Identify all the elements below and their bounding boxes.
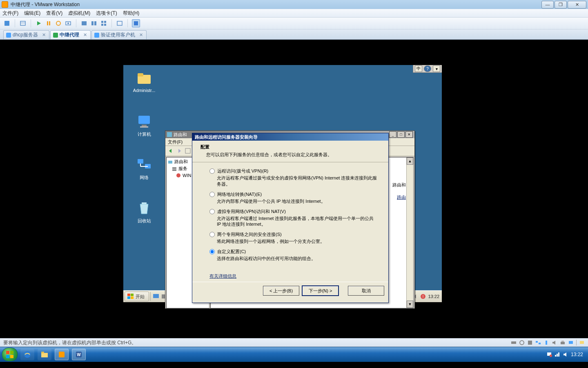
menu-file[interactable]: 文件(F) [2,10,18,17]
recycle-bin-icon [136,200,152,216]
toolbar-suspend-icon[interactable] [45,20,52,27]
wizard-header: 配置 您可以启用下列服务的任意组合，或者您可以自定义此服务器。 [192,141,388,162]
menu-vm[interactable]: 虚拟机(M) [68,10,90,17]
computer-icon [136,113,152,130]
device-sound-icon[interactable] [552,340,557,346]
device-printer-icon[interactable] [560,340,566,346]
scroll-up-icon[interactable]: ▲ [407,157,413,165]
mmc-menu-file[interactable]: 文件(F) [168,139,183,145]
svg-rect-59 [580,341,584,344]
toolbar-power-on-icon[interactable] [35,20,42,27]
menu-tabs[interactable]: 选项卡(T) [96,10,117,17]
taskbar-ie[interactable] [20,349,34,360]
mmc-minimize-button[interactable]: _ [389,131,396,138]
wizard-cancel-button[interactable]: 取消 [348,286,384,296]
vm-tab-label: dhcp服务器 [13,31,38,38]
svg-rect-15 [104,24,106,26]
windows-orb-icon [5,350,14,359]
radio-remote-access[interactable] [209,168,215,174]
host-start-button[interactable] [2,348,18,361]
device-display-icon[interactable] [568,340,574,346]
svg-rect-53 [539,343,541,344]
scroll-down-icon[interactable]: ▼ [407,301,413,308]
wizard-heading: 配置 [200,144,382,150]
host-minimize-button[interactable]: — [541,1,554,9]
menu-edit[interactable]: 编辑(E) [24,10,40,17]
guest-display-area[interactable]: Administr... 计算机 网络 回收站 中 ? ▾ 开始 [0,40,588,338]
svg-rect-14 [101,24,103,26]
svg-rect-65 [41,353,48,357]
tray-volume-icon[interactable] [563,352,568,357]
device-floppy-icon[interactable] [527,340,533,346]
toolbar-view3-icon[interactable] [100,20,107,27]
svg-rect-66 [41,352,44,353]
option-label[interactable]: 远程访问(拨号或 VPN)(R) [217,168,268,174]
taskbar-explorer[interactable] [38,349,51,360]
radio-vpn-nat[interactable] [209,209,215,214]
wizard-titlebar[interactable]: 路由和远程访问服务器安装向导 [192,133,388,141]
menu-help[interactable]: 帮助(H) [123,10,140,17]
toolbar-unity-icon[interactable] [116,20,123,27]
svg-rect-44 [185,148,190,153]
toolbar-view1-icon[interactable] [80,20,88,27]
toolbar-home-icon[interactable] [3,20,11,27]
host-clock[interactable]: 13:22 [571,352,583,357]
desktop-icon-computer[interactable]: 计算机 [130,113,158,137]
wizard-back-button[interactable]: < 上一步(B) [263,286,299,296]
wizard-option-secure-connection: 两个专用网络之间的安全连接(S) 将此网络连接到一个远程网络，例如一个分支办公室… [209,231,378,245]
toolbar-view2-icon[interactable] [90,20,98,27]
toolbar-library-icon[interactable] [19,20,27,27]
tab-close-icon[interactable]: ✕ [42,32,46,38]
taskbar-word[interactable]: W [72,349,86,360]
tray-network-icon[interactable] [555,352,560,357]
mmc-detail-link[interactable]: 路由 [397,195,406,200]
forward-icon[interactable] [176,147,183,155]
message-icon[interactable] [579,340,585,346]
device-hdd-icon[interactable] [511,340,517,346]
toolbar-snapshot-icon[interactable] [65,20,72,27]
language-icon[interactable]: 中 [415,65,422,72]
device-network-icon[interactable] [535,340,541,346]
radio-nat[interactable] [209,192,215,197]
menu-view[interactable]: 查看(V) [46,10,62,17]
wizard-next-button[interactable]: 下一步(N) > [302,285,339,296]
svg-rect-72 [555,355,556,357]
wizard-more-info-link[interactable]: 有关详细信息 [209,273,236,279]
vm-tab-client[interactable]: 验证使用客户机 ✕ [91,30,147,39]
tab-close-icon[interactable]: ✕ [83,32,87,38]
tray-alert-icon[interactable]: ! [420,294,426,299]
svg-rect-30 [127,296,130,299]
device-cd-icon[interactable] [519,340,525,346]
device-usb-icon[interactable] [543,340,549,346]
svg-marker-75 [564,352,566,357]
tray-flag-icon[interactable] [546,352,552,357]
option-label[interactable]: 网络地址转换(NAT)(E) [217,191,262,197]
vm-tab-dhcp[interactable]: dhcp服务器 ✕ [3,30,49,39]
show-desktop-icon[interactable] [152,293,160,300]
back-icon[interactable] [167,147,174,155]
desktop-icon-network[interactable]: 网络 [130,157,158,181]
desktop-icon-recycle-bin[interactable]: 回收站 [130,200,158,224]
option-label[interactable]: 虚拟专用网络(VPN)访问和 NAT(V) [217,209,286,215]
host-close-button[interactable]: ✕ [568,1,586,9]
options-icon[interactable]: ▾ [433,65,440,72]
toolbar-icon[interactable] [184,147,192,155]
option-label[interactable]: 两个专用网络之间的安全连接(S) [217,231,282,238]
taskbar-vmware[interactable] [55,349,69,360]
vm-tab-relay[interactable]: 中继代理 ✕ [50,30,91,39]
mmc-close-button[interactable]: ✕ [405,131,413,138]
guest-start-button[interactable]: 开始 [125,292,149,301]
host-maximize-button[interactable]: ❐ [555,1,567,9]
mmc-maximize-button[interactable]: □ [397,131,405,138]
guest-language-bar[interactable]: 中 ? ▾ [413,65,442,73]
help-icon[interactable]: ? [424,65,431,72]
svg-point-50 [520,341,524,345]
toolbar-fullscreen-icon[interactable] [132,19,140,27]
desktop-icon-administrator[interactable]: Administr... [130,70,158,93]
option-label[interactable]: 自定义配置(C) [217,249,246,255]
toolbar-power-off-icon[interactable] [55,20,62,27]
radio-custom[interactable] [209,249,215,254]
mmc-scrollbar[interactable]: ▲ ▼ [406,157,413,308]
tab-close-icon[interactable]: ✕ [139,32,143,38]
radio-secure-connection[interactable] [209,232,215,237]
